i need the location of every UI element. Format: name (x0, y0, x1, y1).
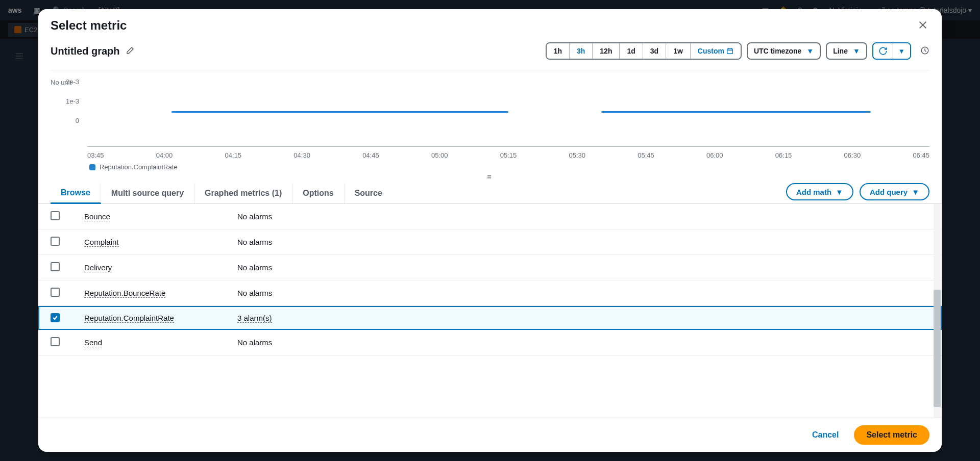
time-range-12h[interactable]: 12h (593, 43, 620, 59)
modal-footer: Cancel Select metric (38, 418, 942, 452)
legend-label: Reputation.ComplaintRate (100, 163, 177, 171)
metric-checkbox[interactable] (51, 211, 60, 220)
time-range-selector: 1h3h12h1d3d1wCustom (546, 42, 742, 60)
metric-row[interactable]: DeliveryNo alarms (38, 255, 942, 280)
y-tick: 0 (76, 117, 79, 124)
x-tick: 05:30 (569, 151, 585, 159)
timezone-selector[interactable]: UTC timezone ▼ (747, 42, 821, 60)
metric-checkbox[interactable] (51, 313, 60, 322)
select-metric-button[interactable]: Select metric (854, 425, 929, 445)
metric-alarm-status: No alarms (237, 212, 272, 221)
metric-row[interactable]: SendNo alarms (38, 330, 942, 355)
x-tick: 06:30 (844, 151, 861, 159)
metric-alarm-status: No alarms (237, 263, 272, 272)
y-axis-ticks: 2e-31e-30 (51, 75, 79, 147)
cancel-button[interactable]: Cancel (805, 426, 846, 444)
x-axis-ticks: 03:4504:0004:1504:3004:4505:0005:1505:30… (87, 151, 929, 159)
add-math-button[interactable]: Add math▼ (786, 183, 853, 200)
tab-options[interactable]: Options (292, 183, 344, 203)
metric-tabs: BrowseMulti source queryGraphed metrics … (38, 183, 942, 204)
graph-title-row: Untitled graph 1h3h12h1d3d1wCustom UTC t… (38, 37, 942, 65)
x-tick: 05:15 (500, 151, 517, 159)
x-tick: 05:45 (638, 151, 654, 159)
x-tick: 04:15 (225, 151, 242, 159)
chart-type-selector[interactable]: Line ▼ (826, 42, 867, 60)
resize-handle[interactable]: = (38, 173, 942, 183)
graph-toolbar: 1h3h12h1d3d1wCustom UTC timezone ▼ Line … (546, 42, 929, 60)
time-range-1h[interactable]: 1h (547, 43, 570, 59)
expand-icon[interactable] (920, 46, 929, 57)
select-metric-modal: Select metric Untitled graph 1h3h12h1d3d… (38, 9, 942, 452)
x-tick: 06:15 (775, 151, 792, 159)
edit-graph-title-button[interactable] (126, 46, 134, 56)
modal-title: Select metric (51, 18, 127, 33)
chart-plot-area (87, 88, 929, 147)
time-range-custom[interactable]: Custom (691, 43, 741, 59)
x-tick: 03:45 (87, 151, 104, 159)
metric-name-link[interactable]: Complaint (84, 238, 119, 247)
x-tick: 04:00 (156, 151, 173, 159)
modal-header: Select metric (38, 9, 942, 37)
metric-row[interactable]: ComplaintNo alarms (38, 229, 942, 255)
refresh-button[interactable] (873, 43, 893, 59)
scrollbar-thumb[interactable] (934, 290, 941, 407)
graph-title: Untitled graph (51, 45, 120, 57)
x-tick: 04:30 (293, 151, 310, 159)
x-tick: 06:45 (913, 151, 929, 159)
metric-name-link[interactable]: Reputation.BounceRate (84, 289, 165, 298)
chart-legend: Reputation.ComplaintRate (38, 162, 942, 173)
metric-row[interactable]: BounceNo alarms (38, 204, 942, 229)
metric-alarm-status[interactable]: 3 alarm(s) (237, 314, 272, 323)
metric-row[interactable]: Reputation.BounceRateNo alarms (38, 280, 942, 306)
metric-name-link[interactable]: Delivery (84, 263, 112, 272)
time-range-3d[interactable]: 3d (643, 43, 666, 59)
add-query-button[interactable]: Add query▼ (860, 183, 929, 200)
metric-row[interactable]: Reputation.ComplaintRate3 alarm(s) (38, 306, 942, 330)
x-tick: 05:00 (431, 151, 448, 159)
tab-multi-source-query[interactable]: Multi source query (101, 183, 194, 203)
tab-source[interactable]: Source (345, 183, 393, 203)
metric-alarm-status: No alarms (237, 238, 272, 246)
y-tick: 1e-3 (66, 97, 79, 105)
metric-checkbox[interactable] (51, 337, 60, 346)
time-range-1d[interactable]: 1d (620, 43, 643, 59)
metric-checkbox[interactable] (51, 237, 60, 246)
chart-line-segment (601, 111, 871, 113)
tab-graphed-metrics-1-[interactable]: Graphed metrics (1) (194, 183, 292, 203)
refresh-dropdown-button[interactable]: ▼ (893, 43, 910, 59)
legend-swatch (89, 164, 95, 170)
metric-name-link[interactable]: Bounce (84, 212, 110, 221)
time-range-1w[interactable]: 1w (666, 43, 691, 59)
y-tick: 2e-3 (66, 78, 79, 86)
metric-alarm-status: No alarms (237, 289, 272, 297)
refresh-controls: ▼ (872, 42, 911, 60)
metric-name-link[interactable]: Send (84, 338, 102, 347)
metric-alarm-status: No alarms (237, 338, 272, 347)
close-button[interactable] (916, 18, 929, 33)
chart-line-segment (172, 111, 508, 113)
metrics-list: BounceNo alarmsComplaintNo alarmsDeliver… (38, 204, 942, 418)
metric-chart: No unit 2e-31e-30 03:4504:0004:1504:3004… (38, 75, 942, 162)
x-tick: 06:00 (706, 151, 723, 159)
metric-name-link[interactable]: Reputation.ComplaintRate (84, 314, 174, 323)
svg-rect-5 (727, 49, 733, 54)
metric-checkbox[interactable] (51, 262, 60, 271)
x-tick: 04:45 (362, 151, 379, 159)
tab-browse[interactable]: Browse (51, 183, 101, 204)
time-range-3h[interactable]: 3h (570, 43, 593, 59)
metric-checkbox[interactable] (51, 288, 60, 297)
